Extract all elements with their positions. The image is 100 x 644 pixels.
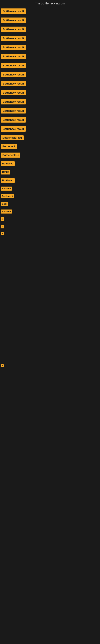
bottleneck-badge[interactable]: Bottleneck result [1,36,26,41]
bottleneck-badge[interactable]: Bottlene [1,210,12,214]
list-item[interactable]: Bottleneck resu [1,135,100,140]
list-item[interactable]: B [1,217,100,221]
spacer [0,304,100,364]
list-item[interactable]: Bottleneck result [1,18,100,23]
bottleneck-badge[interactable]: Bottleneck [1,194,14,198]
page-wrapper: TheBottlenecker.com Bottleneck result Bo… [0,0,100,548]
list-item[interactable]: Bottleneck result [1,72,100,77]
bottleneck-badge[interactable]: Bottleneck result [1,72,26,77]
bottleneck-badge[interactable]: Bottleneck result [1,108,26,114]
bottleneck-badge[interactable]: Bottleneck result [1,8,26,14]
bottleneck-badge[interactable]: Bottleneck [1,144,17,149]
site-header: TheBottlenecker.com [0,0,100,8]
bottleneck-badge[interactable]: Bottleneck result [1,90,26,96]
list-item[interactable]: Bottl [1,202,100,206]
list-item[interactable]: Bottleneck [1,144,100,149]
bottleneck-badge[interactable]: B [1,364,3,367]
bottleneck-badge[interactable]: Bottleneck resu [1,135,24,140]
site-title: TheBottlenecker.com [35,2,65,5]
bottleneck-badge[interactable]: Bottleneck result [1,45,26,50]
list-item[interactable]: Bottlene [1,186,100,190]
bottleneck-badge[interactable]: Bottlenec [1,178,15,183]
bottleneck-badge[interactable]: Bottleneck result [1,18,26,23]
bottleneck-badge[interactable]: Bottleneck result [1,26,26,32]
bottleneck-badge[interactable]: Bottleneck result [1,54,26,59]
bottleneck-badge[interactable]: Bottleneck result [1,99,26,104]
bottleneck-badge[interactable]: Bottleneck re [1,152,20,158]
bottleneck-badge[interactable]: Bottleneck result [1,63,26,68]
list-item[interactable]: Bottleneck result [1,54,100,59]
bottleneck-badge[interactable]: B [1,224,4,228]
list-item[interactable]: Bottleneck re [1,152,100,158]
list-item[interactable]: Bottleneck result [1,36,100,41]
list-item[interactable]: Bottlene [1,210,100,214]
list-item[interactable]: Bottleneck result [1,126,100,132]
bottleneck-badge[interactable]: Bottlenec [1,161,15,166]
list-item[interactable]: Bottleneck result [1,63,100,68]
list-item[interactable]: Bottleneck result [1,99,100,104]
bottleneck-badge[interactable]: Bottle [1,170,10,174]
list-item[interactable]: Bottlenec [1,178,100,183]
list-item[interactable]: Bottleneck result [1,117,100,122]
bottleneck-badge[interactable]: Bottleneck result [1,81,26,86]
list-item[interactable]: Bottleneck [1,194,100,198]
bottleneck-badge[interactable]: Bottlene [1,186,12,190]
list-item[interactable]: Bottleneck result [1,26,100,32]
list-item[interactable]: Bottlenec [1,161,100,166]
bottleneck-badge[interactable]: B [1,217,4,221]
list-item[interactable]: Bottle [1,170,100,174]
bottom-spacer [0,448,100,548]
items-container: Bottleneck result Bottleneck result Bott… [0,8,100,548]
list-item[interactable]: Bottleneck result [1,45,100,50]
list-item[interactable]: Bottleneck result [1,8,100,14]
list-item[interactable]: B [1,224,100,228]
bottleneck-badge[interactable]: Bottleneck result [1,126,26,132]
bottleneck-badge[interactable]: B [1,232,4,235]
list-item[interactable]: B [1,232,100,235]
list-item[interactable]: Bottleneck result [1,108,100,114]
list-item[interactable]: Bottleneck result [1,81,100,86]
bottleneck-badge[interactable]: Bottleneck result [1,117,26,122]
bottleneck-badge[interactable]: Bottl [1,202,8,206]
list-item[interactable]: B [1,364,100,367]
list-item[interactable]: Bottleneck result [1,90,100,96]
